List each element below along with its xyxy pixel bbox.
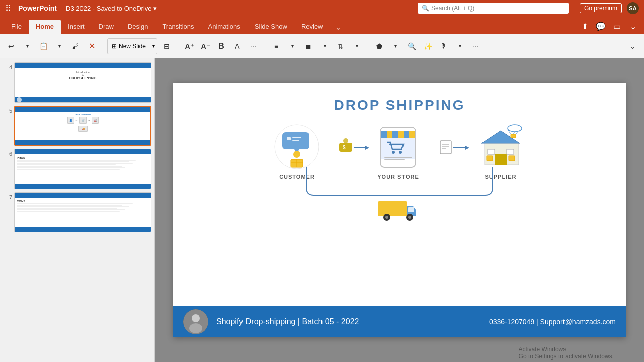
thumb-store-icon: 🛒 [79,117,87,124]
slide-footer: Shopify Drop-shipping | Batch 05 - 2022 … [173,306,626,337]
connector-svg [266,167,533,203]
slide-4-footer [15,97,151,102]
svg-rect-36 [488,149,495,154]
clipboard-dropdown[interactable]: ▾ [52,38,66,54]
slide-7-thumb[interactable]: CONS [14,192,151,232]
toolbar: ↩ ▾ 📋 ▾ 🖌 ✕ ⊞ New Slide ▾ ⊟ A⁺ A⁻ B A̲ ·… [0,34,644,58]
font-more-button[interactable]: ··· [247,38,261,54]
watermark-line1: Activate Windows [519,346,614,353]
slide-6-wrapper: 6 PROS [3,149,151,189]
slide-5-header [15,107,150,112]
slide-5-thumb[interactable]: DROP SHIPPING 👤 → 🛒 → 🏭 🚚 [14,106,151,146]
slide-6-thumb[interactable]: PROS [14,149,151,189]
tab-more[interactable]: ⌄ [330,20,346,34]
slide-6-pros: PROS [17,156,149,159]
svg-rect-1 [287,137,291,140]
slide-7-inner: CONS [15,193,151,232]
undo-button[interactable]: ↩ [4,38,18,54]
title-bar-right: Go premium SA [580,2,639,14]
slide-panel[interactable]: 4 Introduction to DROPSHIPPING 5 [0,58,155,362]
premium-button[interactable]: Go premium [580,3,622,13]
bullets-button[interactable]: ≡ [269,38,283,54]
ribbon-right-buttons: ⬆ 💬 ▭ ⌄ [578,19,644,34]
dictate-dropdown[interactable]: ▾ [453,38,467,54]
arrange-dropdown[interactable]: ▾ [350,38,364,54]
tab-design[interactable]: Design [121,20,155,34]
tab-review[interactable]: Review [294,20,330,34]
collapse-ribbon-button[interactable]: ⌄ [626,19,640,33]
slide-main-title: DROP SHIPPING [173,83,626,113]
svg-point-55 [192,314,200,322]
footer-contact: 0336-1207049 | Support@hamzads.com [489,318,616,326]
new-slide-main[interactable]: ⊞ New Slide [108,39,150,54]
slide-4-header [15,63,151,68]
shapes-dropdown[interactable]: ▾ [388,38,403,54]
svg-marker-32 [465,146,469,150]
svg-marker-13 [365,146,369,150]
layout-button[interactable]: ⊟ [159,38,174,54]
slide-4-thumb[interactable]: Introduction to DROPSHIPPING [14,62,151,103]
new-slide-button[interactable]: ⊞ New Slide ▾ [107,38,157,54]
find-button[interactable]: 🔍 [405,38,419,54]
svg-rect-45 [378,201,407,216]
search-box[interactable]: 🔍 Search (Alt + Q) [418,3,569,14]
font-color-button[interactable]: A̲ [230,38,245,54]
numbering-button[interactable]: ≣ [301,38,315,54]
toolbar-expand[interactable]: ⌄ [626,38,640,54]
slide-6-content: PROS [15,154,151,172]
tab-insert[interactable]: Insert [61,20,92,34]
thumb-supplier-icon: 🏭 [92,117,99,124]
tab-home[interactable]: Home [29,20,61,34]
svg-point-4 [293,151,300,158]
avatar[interactable]: SA [627,2,639,14]
search-placeholder: Search (Alt + Q) [431,5,474,12]
font-size-increase-button[interactable]: A⁺ [182,38,196,54]
undo-dropdown[interactable]: ▾ [20,38,34,54]
presenter-button[interactable]: ▭ [610,19,624,33]
tab-slideshow[interactable]: Slide Show [248,20,294,34]
more-button[interactable]: ··· [469,38,483,54]
slide-5-content: DROP SHIPPING 👤 → 🛒 → 🏭 🚚 [15,112,150,133]
delete-button[interactable]: ✕ [85,38,99,54]
svg-rect-27 [440,141,451,154]
money-arrow-icon: $ [325,137,370,157]
svg-rect-2 [292,137,301,138]
svg-line-42 [513,132,515,134]
slide-4-inner: Introduction to DROPSHIPPING [15,63,151,102]
tab-animations[interactable]: Animations [201,20,248,34]
tab-transitions[interactable]: Transitions [155,20,201,34]
clipboard-button[interactable]: 📋 [36,38,50,54]
main-area: 4 Introduction to DROPSHIPPING 5 [0,58,644,362]
slide-5-title: DROP SHIPPING [75,113,91,116]
bullets-dropdown[interactable]: ▾ [285,38,299,54]
order-arrow-icon [426,137,471,157]
numbering-dropdown[interactable]: ▾ [317,38,332,54]
tab-draw[interactable]: Draw [92,20,121,34]
design-ideas-button[interactable]: ✨ [421,38,435,54]
svg-rect-17 [381,131,387,138]
thumb-arrow2: → [88,119,91,122]
arrange-button[interactable]: ⇅ [334,38,348,54]
title-bar: ⠿ PowerPoint D3 2022 - Saved to OneDrive… [0,0,644,16]
svg-rect-20 [398,131,404,138]
shapes-button[interactable]: ⬟ [372,38,386,54]
arrow-money: $ [321,137,374,157]
share-button[interactable]: ⬆ [578,19,592,33]
svg-rect-19 [392,131,398,138]
slide-5-inner: DROP SHIPPING 👤 → 🛒 → 🏭 🚚 [15,107,150,145]
format-painter-button[interactable]: 🖌 [68,38,83,54]
bold-button[interactable]: B [214,38,228,54]
dictate-button[interactable]: 🎙 [437,38,451,54]
thumb-arrow1: → [75,119,78,122]
toolbar-sep4 [368,40,368,52]
tab-file[interactable]: File [4,20,29,34]
slide-7-header [15,193,151,198]
slide-5-footer [15,140,150,145]
comment-button[interactable]: 💬 [594,19,608,33]
slide-4-number: 4 [3,62,12,70]
slide-canvas[interactable]: DROP SHIPPING [173,83,626,337]
bottom-connector [173,183,626,225]
font-size-decrease-button[interactable]: A⁻ [198,38,212,54]
new-slide-dropdown[interactable]: ▾ [150,39,157,54]
svg-point-23 [392,151,395,154]
